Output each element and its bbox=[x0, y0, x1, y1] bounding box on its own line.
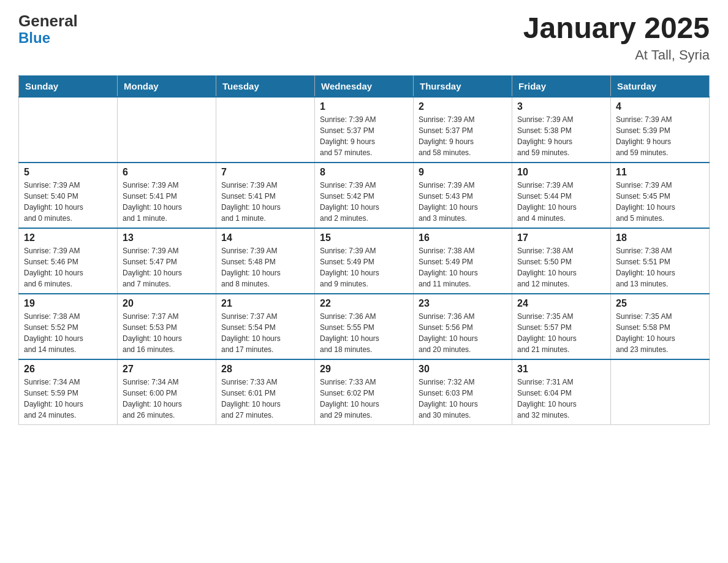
calendar-week-row: 26Sunrise: 7:34 AM Sunset: 5:59 PM Dayli… bbox=[19, 359, 710, 425]
day-number: 23 bbox=[419, 298, 507, 309]
calendar-week-row: 19Sunrise: 7:38 AM Sunset: 5:52 PM Dayli… bbox=[19, 294, 710, 359]
calendar-week-row: 1Sunrise: 7:39 AM Sunset: 5:37 PM Daylig… bbox=[19, 97, 710, 163]
day-info: Sunrise: 7:39 AM Sunset: 5:44 PM Dayligh… bbox=[517, 180, 605, 224]
day-number: 26 bbox=[24, 364, 112, 375]
calendar-cell: 24Sunrise: 7:35 AM Sunset: 5:57 PM Dayli… bbox=[512, 294, 611, 359]
calendar-cell: 20Sunrise: 7:37 AM Sunset: 5:53 PM Dayli… bbox=[118, 294, 216, 359]
day-info: Sunrise: 7:35 AM Sunset: 5:57 PM Dayligh… bbox=[517, 311, 605, 355]
logo-general-text: General bbox=[18, 12, 78, 30]
day-info: Sunrise: 7:31 AM Sunset: 6:04 PM Dayligh… bbox=[517, 377, 605, 421]
day-number: 14 bbox=[221, 232, 309, 243]
day-number: 19 bbox=[24, 298, 112, 309]
month-year-title: January 2025 bbox=[523, 12, 710, 45]
calendar-cell: 21Sunrise: 7:37 AM Sunset: 5:54 PM Dayli… bbox=[216, 294, 315, 359]
day-info: Sunrise: 7:39 AM Sunset: 5:41 PM Dayligh… bbox=[221, 180, 309, 224]
calendar-cell: 13Sunrise: 7:39 AM Sunset: 5:47 PM Dayli… bbox=[118, 228, 216, 294]
calendar-header-thursday: Thursday bbox=[414, 75, 512, 97]
day-number: 12 bbox=[24, 232, 112, 243]
page-header: General Blue January 2025 At Tall, Syria bbox=[18, 12, 710, 63]
day-number: 25 bbox=[616, 298, 704, 309]
calendar-cell: 26Sunrise: 7:34 AM Sunset: 5:59 PM Dayli… bbox=[19, 359, 118, 425]
day-number: 21 bbox=[221, 298, 309, 309]
day-number: 2 bbox=[419, 101, 507, 112]
calendar-cell: 9Sunrise: 7:39 AM Sunset: 5:43 PM Daylig… bbox=[414, 163, 512, 228]
calendar-cell: 8Sunrise: 7:39 AM Sunset: 5:42 PM Daylig… bbox=[315, 163, 414, 228]
calendar-cell: 1Sunrise: 7:39 AM Sunset: 5:37 PM Daylig… bbox=[315, 97, 414, 163]
calendar-cell: 25Sunrise: 7:35 AM Sunset: 5:58 PM Dayli… bbox=[611, 294, 710, 359]
day-number: 27 bbox=[123, 364, 211, 375]
day-number: 7 bbox=[221, 167, 309, 178]
calendar-cell bbox=[216, 97, 315, 163]
location-subtitle: At Tall, Syria bbox=[523, 47, 710, 63]
day-number: 30 bbox=[419, 364, 507, 375]
calendar-cell: 2Sunrise: 7:39 AM Sunset: 5:37 PM Daylig… bbox=[414, 97, 512, 163]
day-info: Sunrise: 7:33 AM Sunset: 6:02 PM Dayligh… bbox=[320, 377, 408, 421]
calendar-cell: 17Sunrise: 7:38 AM Sunset: 5:50 PM Dayli… bbox=[512, 228, 611, 294]
day-number: 22 bbox=[320, 298, 408, 309]
calendar-header-saturday: Saturday bbox=[611, 75, 710, 97]
calendar-cell bbox=[118, 97, 216, 163]
day-number: 24 bbox=[517, 298, 605, 309]
day-info: Sunrise: 7:34 AM Sunset: 5:59 PM Dayligh… bbox=[24, 377, 112, 421]
calendar-cell: 27Sunrise: 7:34 AM Sunset: 6:00 PM Dayli… bbox=[118, 359, 216, 425]
calendar-header-wednesday: Wednesday bbox=[315, 75, 414, 97]
day-number: 31 bbox=[517, 364, 605, 375]
calendar-cell: 30Sunrise: 7:32 AM Sunset: 6:03 PM Dayli… bbox=[414, 359, 512, 425]
day-info: Sunrise: 7:39 AM Sunset: 5:37 PM Dayligh… bbox=[320, 114, 408, 158]
calendar-cell: 5Sunrise: 7:39 AM Sunset: 5:40 PM Daylig… bbox=[19, 163, 118, 228]
day-number: 29 bbox=[320, 364, 408, 375]
day-number: 18 bbox=[616, 232, 704, 243]
calendar-cell: 16Sunrise: 7:38 AM Sunset: 5:49 PM Dayli… bbox=[414, 228, 512, 294]
calendar-cell bbox=[611, 359, 710, 425]
day-info: Sunrise: 7:39 AM Sunset: 5:37 PM Dayligh… bbox=[419, 114, 507, 158]
day-info: Sunrise: 7:37 AM Sunset: 5:54 PM Dayligh… bbox=[221, 311, 309, 355]
day-number: 10 bbox=[517, 167, 605, 178]
calendar-cell: 18Sunrise: 7:38 AM Sunset: 5:51 PM Dayli… bbox=[611, 228, 710, 294]
day-number: 6 bbox=[123, 167, 211, 178]
calendar-cell: 19Sunrise: 7:38 AM Sunset: 5:52 PM Dayli… bbox=[19, 294, 118, 359]
calendar-cell: 31Sunrise: 7:31 AM Sunset: 6:04 PM Dayli… bbox=[512, 359, 611, 425]
day-info: Sunrise: 7:37 AM Sunset: 5:53 PM Dayligh… bbox=[123, 311, 211, 355]
day-info: Sunrise: 7:38 AM Sunset: 5:51 PM Dayligh… bbox=[616, 245, 704, 289]
calendar-header-tuesday: Tuesday bbox=[216, 75, 315, 97]
calendar-header-monday: Monday bbox=[118, 75, 216, 97]
day-info: Sunrise: 7:36 AM Sunset: 5:56 PM Dayligh… bbox=[419, 311, 507, 355]
day-info: Sunrise: 7:39 AM Sunset: 5:46 PM Dayligh… bbox=[24, 245, 112, 289]
day-number: 13 bbox=[123, 232, 211, 243]
day-number: 4 bbox=[616, 101, 704, 112]
calendar-header-friday: Friday bbox=[512, 75, 611, 97]
day-info: Sunrise: 7:39 AM Sunset: 5:45 PM Dayligh… bbox=[616, 180, 704, 224]
day-info: Sunrise: 7:39 AM Sunset: 5:47 PM Dayligh… bbox=[123, 245, 211, 289]
day-number: 20 bbox=[123, 298, 211, 309]
day-number: 28 bbox=[221, 364, 309, 375]
day-number: 1 bbox=[320, 101, 408, 112]
day-number: 8 bbox=[320, 167, 408, 178]
day-info: Sunrise: 7:39 AM Sunset: 5:40 PM Dayligh… bbox=[24, 180, 112, 224]
day-info: Sunrise: 7:39 AM Sunset: 5:39 PM Dayligh… bbox=[616, 114, 704, 158]
logo: General Blue bbox=[18, 12, 78, 46]
calendar-week-row: 5Sunrise: 7:39 AM Sunset: 5:40 PM Daylig… bbox=[19, 163, 710, 228]
day-number: 5 bbox=[24, 167, 112, 178]
logo-blue-text: Blue bbox=[18, 30, 78, 46]
day-number: 15 bbox=[320, 232, 408, 243]
calendar-cell: 29Sunrise: 7:33 AM Sunset: 6:02 PM Dayli… bbox=[315, 359, 414, 425]
calendar-cell: 7Sunrise: 7:39 AM Sunset: 5:41 PM Daylig… bbox=[216, 163, 315, 228]
day-number: 16 bbox=[419, 232, 507, 243]
title-block: January 2025 At Tall, Syria bbox=[523, 12, 710, 63]
day-info: Sunrise: 7:39 AM Sunset: 5:43 PM Dayligh… bbox=[419, 180, 507, 224]
day-info: Sunrise: 7:36 AM Sunset: 5:55 PM Dayligh… bbox=[320, 311, 408, 355]
day-info: Sunrise: 7:32 AM Sunset: 6:03 PM Dayligh… bbox=[419, 377, 507, 421]
calendar-table: SundayMondayTuesdayWednesdayThursdayFrid… bbox=[18, 75, 710, 425]
day-info: Sunrise: 7:38 AM Sunset: 5:52 PM Dayligh… bbox=[24, 311, 112, 355]
calendar-cell: 15Sunrise: 7:39 AM Sunset: 5:49 PM Dayli… bbox=[315, 228, 414, 294]
day-number: 17 bbox=[517, 232, 605, 243]
day-number: 11 bbox=[616, 167, 704, 178]
day-number: 9 bbox=[419, 167, 507, 178]
calendar-cell: 3Sunrise: 7:39 AM Sunset: 5:38 PM Daylig… bbox=[512, 97, 611, 163]
calendar-cell: 22Sunrise: 7:36 AM Sunset: 5:55 PM Dayli… bbox=[315, 294, 414, 359]
day-info: Sunrise: 7:39 AM Sunset: 5:41 PM Dayligh… bbox=[123, 180, 211, 224]
calendar-cell: 28Sunrise: 7:33 AM Sunset: 6:01 PM Dayli… bbox=[216, 359, 315, 425]
calendar-week-row: 12Sunrise: 7:39 AM Sunset: 5:46 PM Dayli… bbox=[19, 228, 710, 294]
calendar-cell: 4Sunrise: 7:39 AM Sunset: 5:39 PM Daylig… bbox=[611, 97, 710, 163]
calendar-cell: 12Sunrise: 7:39 AM Sunset: 5:46 PM Dayli… bbox=[19, 228, 118, 294]
